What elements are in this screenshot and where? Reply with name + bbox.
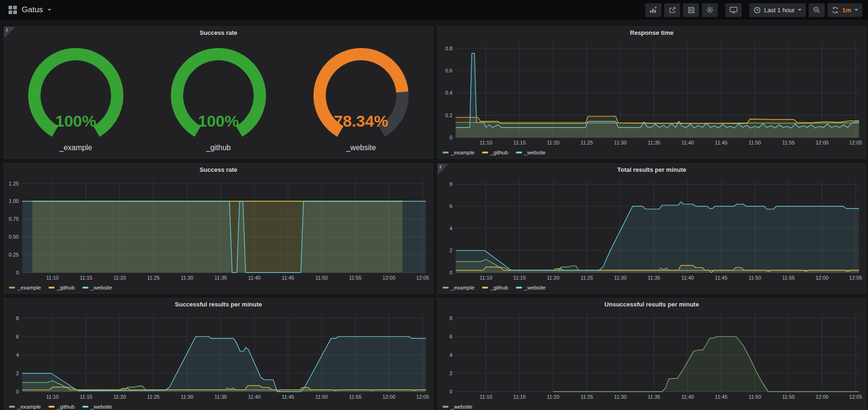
gauge-chart[interactable]: 100%_example100%_github78.34%_website bbox=[4, 39, 433, 158]
legend-swatch bbox=[48, 287, 55, 289]
panel-title[interactable]: Response time bbox=[438, 27, 866, 39]
legend-swatch bbox=[82, 287, 88, 289]
save-button[interactable] bbox=[683, 3, 699, 17]
x-tick-label: 11:25 bbox=[147, 394, 160, 400]
legend-item-_website[interactable]: _website bbox=[82, 404, 112, 410]
panel-total-results: i Total results per minute 11:1011:1511:… bbox=[437, 163, 866, 294]
y-tick-label: 4 bbox=[450, 225, 452, 231]
x-tick-label: 12:05 bbox=[849, 394, 862, 400]
refresh-icon bbox=[832, 7, 839, 14]
legend-swatch bbox=[516, 287, 522, 289]
x-tick-label: 11:50 bbox=[748, 275, 761, 281]
panel-title[interactable]: Successful results per minute bbox=[4, 298, 433, 311]
x-tick-label: 11:15 bbox=[513, 394, 526, 400]
x-tick-label: 11:25 bbox=[580, 394, 593, 400]
x-tick-label: 11:55 bbox=[349, 275, 362, 281]
x-tick-label: 11:45 bbox=[281, 394, 294, 400]
legend-item-_example[interactable]: _example bbox=[442, 285, 474, 290]
x-tick-label: 11:45 bbox=[715, 394, 728, 400]
add-panel-button[interactable] bbox=[645, 3, 661, 17]
y-tick-label: 0.8 bbox=[445, 46, 452, 51]
x-tick-label: 11:40 bbox=[248, 275, 261, 281]
x-tick-label: 11:35 bbox=[648, 275, 660, 281]
legend-label: _example bbox=[17, 404, 41, 410]
total-results-chart[interactable]: 11:1011:1511:2011:2511:3011:3511:4011:45… bbox=[438, 176, 866, 282]
legend-label: _example bbox=[451, 285, 474, 290]
panel-title[interactable]: Success rate bbox=[4, 164, 433, 176]
legend-label: _website bbox=[91, 404, 112, 410]
x-tick-label: 11:20 bbox=[113, 275, 126, 281]
x-tick-label: 12:00 bbox=[816, 275, 829, 281]
y-tick-label: 2 bbox=[16, 370, 19, 376]
y-tick-label: 0.50 bbox=[9, 234, 19, 240]
x-tick-label: 11:40 bbox=[681, 394, 694, 400]
clock-icon bbox=[754, 7, 761, 14]
share-button[interactable] bbox=[664, 3, 680, 17]
x-tick-label: 11:30 bbox=[614, 140, 627, 145]
legend-item-_github[interactable]: _github bbox=[48, 404, 75, 410]
x-tick-label: 11:45 bbox=[281, 275, 294, 281]
gauge-_website: 78.34%_website bbox=[290, 39, 433, 158]
x-tick-label: 11:50 bbox=[315, 275, 328, 281]
x-tick-label: 11:15 bbox=[513, 140, 526, 145]
gauge-_github: 100%_github bbox=[147, 39, 289, 158]
x-tick-label: 11:55 bbox=[782, 140, 795, 145]
legend-item-_example[interactable]: _example bbox=[9, 285, 41, 290]
gauge-label: _website bbox=[346, 144, 376, 152]
legend-swatch bbox=[9, 406, 15, 408]
legend-swatch bbox=[442, 287, 449, 289]
series-fill-_website bbox=[456, 202, 859, 273]
panel-title[interactable]: Unsuccessful results per minute bbox=[438, 298, 866, 311]
x-tick-label: 11:35 bbox=[648, 394, 660, 400]
legend-label: _github bbox=[490, 150, 508, 155]
legend-item-_github[interactable]: _github bbox=[482, 150, 508, 155]
x-tick-label: 12:00 bbox=[383, 275, 396, 281]
panel-title[interactable]: Success rate bbox=[4, 27, 433, 39]
legend-item-_website[interactable]: _website bbox=[82, 285, 112, 290]
panel-title[interactable]: Total results per minute bbox=[438, 164, 866, 176]
x-tick-label: 11:10 bbox=[480, 394, 492, 400]
refresh-picker[interactable]: 1m bbox=[828, 3, 862, 17]
dashboard-picker[interactable]: Gatus bbox=[6, 5, 51, 15]
unsuccessful-results-chart[interactable]: 11:1011:1511:2011:2511:3011:3511:4011:45… bbox=[438, 311, 866, 401]
panel-success-rate-gauges: i Success rate 100%_example100%_github78… bbox=[4, 26, 433, 159]
y-tick-label: 0 bbox=[450, 135, 452, 140]
successful-results-chart[interactable]: 11:1011:1511:2011:2511:3011:3511:4011:45… bbox=[4, 311, 433, 401]
gauge-label: _github bbox=[206, 144, 231, 152]
response-time-chart[interactable]: 11:1011:1511:2011:2511:3011:3511:4011:45… bbox=[438, 39, 866, 147]
legend-item-_example[interactable]: _example bbox=[9, 404, 41, 410]
time-range-picker[interactable]: Last 1 hour bbox=[749, 3, 806, 17]
dashboard-dropdown-caret bbox=[48, 9, 51, 11]
success-rate-chart[interactable]: 11:1011:1511:2011:2511:3011:3511:4011:45… bbox=[4, 176, 433, 282]
legend-swatch bbox=[482, 287, 488, 289]
y-tick-label: 4 bbox=[16, 352, 19, 358]
legend-item-_example[interactable]: _example bbox=[442, 150, 474, 155]
series-fill-_website bbox=[22, 201, 426, 273]
x-tick-label: 11:20 bbox=[113, 394, 126, 400]
time-range-caret bbox=[798, 9, 802, 11]
x-tick-label: 12:05 bbox=[849, 140, 862, 145]
x-tick-label: 11:20 bbox=[547, 394, 560, 400]
legend-item-_website[interactable]: _website bbox=[442, 404, 472, 410]
x-tick-label: 11:50 bbox=[748, 140, 761, 145]
info-icon[interactable]: i bbox=[4, 27, 16, 38]
cycle-view-mode-button[interactable] bbox=[725, 3, 742, 17]
legend-item-_website[interactable]: _website bbox=[516, 285, 546, 290]
legend-item-_github[interactable]: _github bbox=[48, 285, 75, 290]
settings-button[interactable] bbox=[702, 3, 718, 17]
x-tick-label: 12:05 bbox=[416, 394, 429, 400]
x-tick-label: 11:20 bbox=[547, 275, 560, 281]
x-tick-label: 11:15 bbox=[80, 275, 92, 281]
y-tick-label: 6 bbox=[450, 334, 452, 339]
y-tick-label: 0.2 bbox=[445, 113, 452, 118]
navbar-actions: Last 1 hour 1m bbox=[643, 3, 862, 17]
dashboard-title[interactable]: Gatus bbox=[22, 5, 43, 15]
x-tick-label: 11:35 bbox=[648, 140, 660, 145]
legend-item-_github[interactable]: _github bbox=[482, 285, 508, 290]
y-tick-label: 1.00 bbox=[9, 198, 19, 204]
plot-area: 11:1011:1511:2011:2511:3011:3511:4011:45… bbox=[438, 311, 866, 401]
zoom-out-button[interactable] bbox=[809, 3, 825, 17]
info-icon[interactable]: i bbox=[438, 164, 449, 175]
legend-item-_website[interactable]: _website bbox=[516, 150, 546, 155]
refresh-caret bbox=[854, 9, 858, 11]
